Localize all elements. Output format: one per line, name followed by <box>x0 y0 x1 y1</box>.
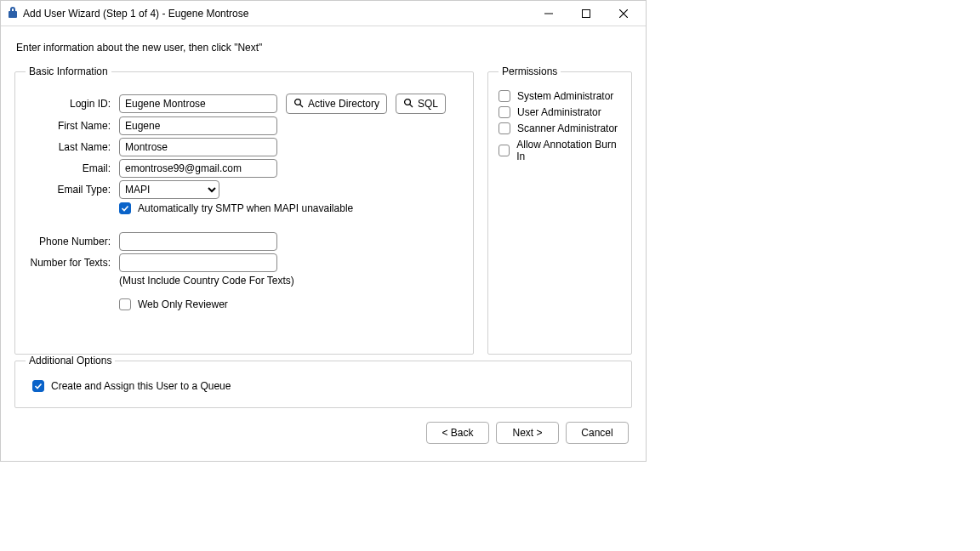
phone-label: Phone Number: <box>26 236 111 247</box>
allow-annotation-burn-in-checkbox[interactable] <box>499 145 510 156</box>
first-name-label: First Name: <box>26 120 111 132</box>
additional-options-group: Additional Options Create and Assign thi… <box>14 355 632 408</box>
permission-label: Scanner Administrator <box>517 122 618 134</box>
svg-line-3 <box>300 104 303 106</box>
system-administrator-checkbox[interactable] <box>499 90 510 102</box>
email-input[interactable] <box>119 159 277 178</box>
web-only-reviewer-label: Web Only Reviewer <box>138 298 228 310</box>
email-type-label: Email Type: <box>26 184 111 196</box>
window-title: Add User Wizard (Step 1 of 4) - Eugene M… <box>23 8 248 20</box>
basic-information-legend: Basic Information <box>26 65 111 77</box>
web-only-reviewer-checkbox[interactable] <box>119 298 131 310</box>
title-area: Add User Wizard (Step 1 of 4) - Eugene M… <box>8 6 530 20</box>
maximize-button[interactable] <box>567 2 605 26</box>
texts-hint: (Must Include Country Code For Texts) <box>119 275 463 287</box>
smtp-fallback-label: Automatically try SMTP when MAPI unavail… <box>138 202 353 214</box>
permissions-group: Permissions System Administrator User Ad… <box>487 65 632 355</box>
dialog-body: Enter information about the new user, th… <box>1 26 646 461</box>
email-label: Email: <box>26 162 111 174</box>
close-button[interactable] <box>605 2 642 26</box>
svg-rect-0 <box>544 13 553 14</box>
first-name-input[interactable] <box>119 116 277 135</box>
active-directory-button-label: Active Directory <box>308 98 379 110</box>
search-icon <box>293 98 304 111</box>
svg-point-2 <box>295 99 301 105</box>
login-id-label: Login ID: <box>26 98 111 110</box>
sql-button-label: SQL <box>418 98 438 110</box>
assign-queue-checkbox[interactable] <box>32 380 44 392</box>
assign-queue-label: Create and Assign this User to a Queue <box>51 380 231 392</box>
additional-options-legend: Additional Options <box>26 355 115 366</box>
lock-icon <box>8 6 18 20</box>
scanner-administrator-checkbox[interactable] <box>499 122 510 134</box>
cancel-button[interactable]: Cancel <box>566 422 629 444</box>
phone-input[interactable] <box>119 232 277 251</box>
instruction-text: Enter information about the new user, th… <box>16 42 632 54</box>
permission-label: System Administrator <box>517 90 613 102</box>
last-name-label: Last Name: <box>26 141 111 153</box>
svg-rect-1 <box>583 9 590 17</box>
next-button[interactable]: Next > <box>496 422 559 444</box>
back-button[interactable]: < Back <box>426 422 489 444</box>
search-icon <box>403 98 413 111</box>
sql-button[interactable]: SQL <box>396 94 446 114</box>
permissions-legend: Permissions <box>499 65 561 77</box>
permission-label: User Administrator <box>517 106 601 118</box>
title-bar: Add User Wizard (Step 1 of 4) - Eugene M… <box>1 1 646 26</box>
texts-number-label: Number for Texts: <box>26 257 111 269</box>
last-name-input[interactable] <box>119 138 277 156</box>
dialog-window: Add User Wizard (Step 1 of 4) - Eugene M… <box>0 0 647 462</box>
active-directory-button[interactable]: Active Directory <box>286 94 387 114</box>
email-type-select[interactable]: MAPI <box>119 180 219 199</box>
smtp-fallback-checkbox[interactable] <box>119 202 131 214</box>
minimize-button[interactable] <box>530 2 567 26</box>
dialog-footer: < Back Next > Cancel <box>14 408 632 447</box>
basic-information-group: Basic Information Login ID: Active Direc… <box>14 65 474 355</box>
login-id-input[interactable] <box>119 94 277 113</box>
texts-number-input[interactable] <box>119 253 277 272</box>
svg-point-4 <box>405 99 411 105</box>
user-administrator-checkbox[interactable] <box>499 106 510 118</box>
svg-line-5 <box>410 104 413 106</box>
permission-label: Allow Annotation Burn In <box>516 139 621 162</box>
